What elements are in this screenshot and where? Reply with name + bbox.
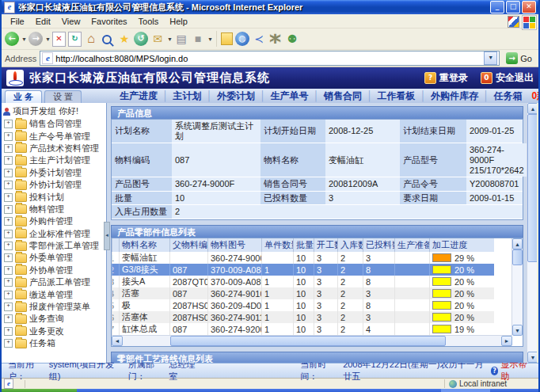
discuss-icon[interactable] <box>221 32 233 45</box>
expand-plus-icon[interactable]: + <box>4 193 13 202</box>
expand-plus-icon[interactable]: + <box>4 205 13 214</box>
menu-item-edit[interactable]: Edit <box>30 16 56 27</box>
go-button[interactable]: → Go <box>503 52 535 64</box>
menu-item-view[interactable]: View <box>56 16 86 27</box>
expand-plus-icon[interactable]: + <box>4 303 13 311</box>
messenger-icon[interactable]: ⚉ <box>285 32 299 45</box>
expand-plus-icon[interactable]: + <box>4 327 13 336</box>
expand-plus-icon[interactable]: + <box>4 278 13 287</box>
nav-item-7[interactable]: 任务箱 <box>489 89 527 103</box>
nav-item-3[interactable]: 生产单号 <box>266 89 314 103</box>
tree-item-6[interactable]: +投料计划 <box>2 191 106 203</box>
tree-item-13[interactable]: +产品派工单管理 <box>2 276 106 288</box>
nav-item-1[interactable]: 主计划 <box>169 89 207 103</box>
table-row[interactable]: 7缸体总成087360-274-9200F11032419 % <box>112 323 494 335</box>
tree-item-11[interactable]: +外委单管理 <box>2 252 106 264</box>
menu-item-favorites[interactable]: Favorites <box>86 16 132 27</box>
expand-plus-icon[interactable]: + <box>4 181 13 189</box>
address-input[interactable]: e http://localhost:8080/MPS/login.do ▼ <box>40 51 500 66</box>
tree-item-12[interactable]: +外协单管理 <box>2 265 106 276</box>
tree-item-4[interactable]: +外委计划管理 <box>2 167 106 179</box>
logout-button[interactable]: 0 安全退出 <box>481 71 534 85</box>
menu-item-help[interactable]: Help <box>164 16 193 27</box>
tree-item-14[interactable]: +缴送单管理 <box>2 288 106 300</box>
sidebar-collapse-handle[interactable]: ◂ <box>104 222 110 250</box>
tree-item-0[interactable]: +销售合同管理 <box>2 118 106 130</box>
parts-scroll-right-icon[interactable]: ► <box>501 336 512 346</box>
minimize-button[interactable]: _ <box>490 1 504 13</box>
tree-item-17[interactable]: +业务更改 <box>2 325 106 337</box>
expand-plus-icon[interactable]: + <box>4 242 13 250</box>
table-row[interactable]: 6活塞体2087HS002360-274-9011W11032320 % <box>112 311 494 323</box>
expand-plus-icon[interactable]: + <box>4 156 13 165</box>
close-button[interactable]: ✕ <box>522 1 536 13</box>
tab-business[interactable]: 业 务 <box>5 90 42 103</box>
parts-hscroll-thumb[interactable] <box>170 336 446 346</box>
maximize-button[interactable]: □ <box>506 1 520 13</box>
tree-item-10[interactable]: +零部件派工单管理 <box>2 240 106 252</box>
back-dropdown-icon[interactable]: ▼ <box>21 36 26 42</box>
tree-item-5[interactable]: +外协计划管理 <box>2 179 106 191</box>
forward-dropdown-icon[interactable]: ▼ <box>45 36 50 42</box>
tab-settings[interactable]: 设 置 <box>44 90 82 103</box>
mail-dropdown-icon[interactable]: ▼ <box>167 36 172 42</box>
nav-item-0[interactable]: 生产进度 <box>115 89 162 103</box>
parts-scroll-up-icon[interactable]: ▲ <box>512 238 523 249</box>
expand-plus-icon[interactable]: + <box>4 120 13 128</box>
back-button[interactable]: ← <box>5 32 19 46</box>
tree-item-1[interactable]: +生产令号单管理 <box>2 130 106 142</box>
home-button[interactable]: ⌂ <box>84 32 98 46</box>
stop-button[interactable]: ✕ <box>52 32 66 47</box>
brand-icon[interactable] <box>508 16 519 28</box>
expand-plus-icon[interactable]: + <box>4 339 13 348</box>
table-row[interactable]: 3接头A2087QT002370-009-A085011032820 % <box>112 276 494 287</box>
address-dropdown-icon[interactable]: ▼ <box>484 51 497 65</box>
expand-plus-icon[interactable]: + <box>4 144 13 153</box>
menu-item-tools[interactable]: Tools <box>133 16 165 27</box>
globe-tool-icon[interactable]: ◍ <box>235 32 249 46</box>
expand-plus-icon[interactable]: + <box>4 132 13 141</box>
tree-item-16[interactable]: +业务查询 <box>2 313 106 325</box>
mail-icon[interactable]: ✉ <box>150 32 165 45</box>
nav-item-2[interactable]: 外委计划 <box>212 89 260 103</box>
expand-plus-icon[interactable]: + <box>4 217 13 226</box>
table-row[interactable]: 2G3/8接头087370-009-A084011032820 % <box>112 264 494 276</box>
tree-item-7[interactable]: +物料管理 <box>2 204 106 215</box>
parts-scroll-thumb[interactable] <box>512 249 523 265</box>
expand-plus-icon[interactable]: + <box>4 314 13 323</box>
tree-item-9[interactable]: +企业标准件管理 <box>2 228 106 240</box>
history-icon[interactable]: ↺ <box>134 32 148 46</box>
parts-vertical-scrollbar[interactable]: ▲ ▼ <box>511 238 523 336</box>
expand-plus-icon[interactable]: + <box>4 169 13 177</box>
tree-item-3[interactable]: +主生产计划管理 <box>2 154 106 166</box>
table-row[interactable]: 1变幅油缸360-274-9000F1032329 % <box>112 252 494 264</box>
print-icon[interactable]: ▤ <box>174 32 188 45</box>
table-row[interactable]: 5极2087HS002360-209-4D01011032820 % <box>112 299 494 311</box>
search-icon[interactable] <box>102 35 112 44</box>
refresh-button[interactable]: ↻ <box>68 32 82 47</box>
expand-plus-icon[interactable]: + <box>4 266 13 275</box>
tree-item-18[interactable]: +任务箱 <box>2 337 106 349</box>
relogin-button[interactable]: ? 重登录 <box>424 71 468 85</box>
favorites-star-icon[interactable]: ★ <box>117 32 131 45</box>
expand-plus-icon[interactable]: + <box>4 230 13 238</box>
edit-dropdown-icon[interactable]: ▼ <box>207 36 212 42</box>
parts-scroll-down-icon[interactable]: ▼ <box>512 325 523 336</box>
menu-item-file[interactable]: File <box>5 16 30 27</box>
forward-button[interactable]: → <box>29 32 43 46</box>
parts-scroll-left-icon[interactable]: ◄ <box>112 336 123 346</box>
tree-item-8[interactable]: +外购件管理 <box>2 215 106 227</box>
table-row[interactable]: 4活塞087360-274-9010F11032320 % <box>112 287 494 299</box>
nav-item-6[interactable]: 外购件库存 <box>426 89 483 103</box>
edit-icon[interactable]: ■ <box>191 32 205 45</box>
parts-horizontal-scrollbar[interactable]: ◄ ► <box>112 335 512 346</box>
tool-arrow-icon[interactable]: ≺ <box>252 32 266 45</box>
nav-item-4[interactable]: 销售合同 <box>319 89 367 103</box>
expand-plus-icon[interactable]: + <box>4 253 13 262</box>
bug-tool-icon[interactable]: 🞷 <box>268 32 283 45</box>
tree-item-15[interactable]: +报废件管理菜单 <box>2 301 106 313</box>
expand-plus-icon[interactable]: + <box>4 291 13 299</box>
nav-item-5[interactable]: 工作看板 <box>373 89 420 103</box>
start-button-sliver[interactable] <box>2 389 77 392</box>
tree-item-2[interactable]: +产品技术资料管理 <box>2 143 106 154</box>
